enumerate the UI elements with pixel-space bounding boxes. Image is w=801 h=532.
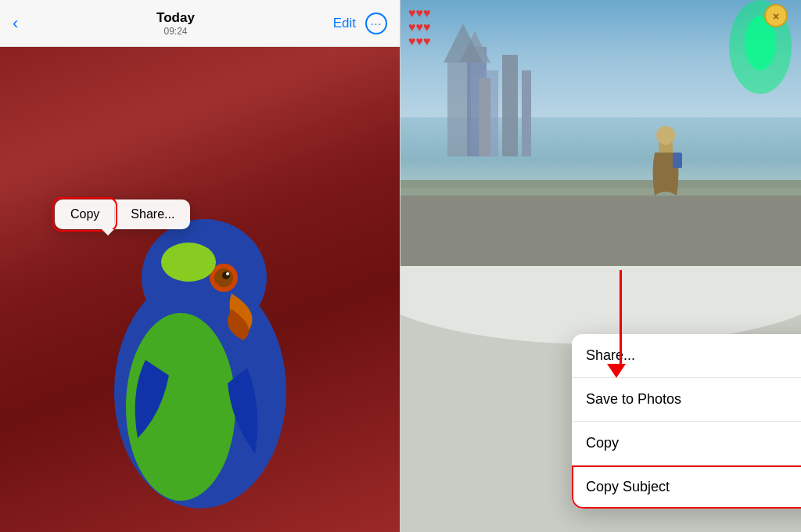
- copy-menu-item[interactable]: Copy: [572, 422, 801, 466]
- save-to-photos-menu-item[interactable]: Save to Photos: [572, 378, 801, 422]
- parrot-image-container: Copy Share...: [0, 47, 400, 532]
- svg-point-5: [222, 271, 230, 279]
- svg-text:♥♥♥: ♥♥♥: [408, 34, 431, 48]
- nav-actions: Edit ···: [333, 13, 387, 34]
- svg-rect-15: [522, 70, 531, 156]
- copy-label: Copy: [586, 435, 619, 451]
- svg-point-7: [161, 243, 216, 282]
- share-button-left[interactable]: Share...: [115, 200, 190, 229]
- edit-button[interactable]: Edit: [333, 16, 356, 31]
- game-screenshot: ♥♥♥ ♥♥♥ ♥♥♥ ×: [400, 0, 801, 266]
- left-panel: ‹ Today 09:24 Edit ···: [0, 0, 400, 532]
- copy-subject-label: Copy Subject: [586, 479, 670, 495]
- svg-text:×: ×: [773, 10, 779, 23]
- left-context-menu: Copy Share...: [55, 200, 190, 229]
- svg-rect-21: [673, 153, 682, 168]
- save-to-photos-label: Save to Photos: [586, 391, 681, 408]
- right-panel: ♥♥♥ ♥♥♥ ♥♥♥ × Share...: [400, 0, 801, 532]
- svg-point-6: [226, 272, 229, 275]
- copy-button-left[interactable]: Copy: [55, 200, 115, 229]
- right-context-menu: Share... Save to Photos Copy: [572, 334, 801, 509]
- nav-subtitle: 09:24: [156, 26, 195, 37]
- copy-subject-menu-item[interactable]: Copy Subject: [572, 466, 801, 509]
- ios-nav-bar: ‹ Today 09:24 Edit ···: [0, 0, 400, 47]
- back-button[interactable]: ‹: [13, 13, 18, 34]
- game-structures: ♥♥♥ ♥♥♥ ♥♥♥ ×: [400, 0, 801, 266]
- svg-text:♥♥♥: ♥♥♥: [408, 6, 431, 20]
- nav-center: Today 09:24: [156, 10, 195, 37]
- red-arrow-indicator: [612, 270, 630, 378]
- share-menu-item[interactable]: Share...: [572, 334, 801, 378]
- more-dots-icon: ···: [371, 18, 383, 29]
- more-button[interactable]: ···: [365, 13, 387, 34]
- svg-rect-14: [502, 55, 518, 156]
- svg-text:♥♥♥: ♥♥♥: [408, 20, 431, 34]
- svg-rect-18: [400, 196, 801, 266]
- svg-point-20: [656, 126, 675, 145]
- svg-rect-13: [479, 78, 490, 156]
- nav-title: Today: [156, 10, 195, 26]
